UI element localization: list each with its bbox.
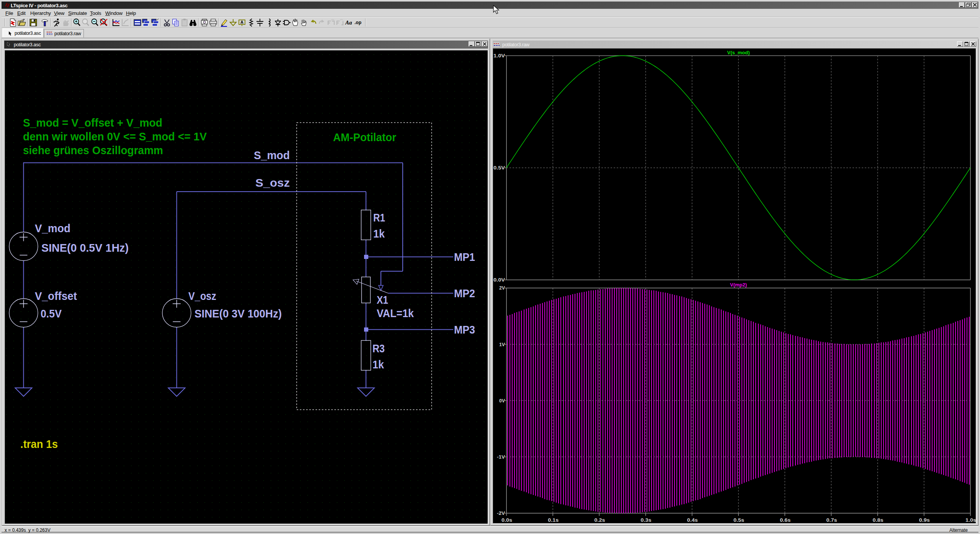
- svg-text:MP2: MP2: [454, 287, 475, 300]
- svg-text:SINE(0 3V 100Hz): SINE(0 3V 100Hz): [194, 307, 282, 320]
- svg-text:V_osz: V_osz: [188, 290, 216, 302]
- svg-text:1k: 1k: [373, 227, 385, 240]
- svg-text:V(mp2): V(mp2): [730, 282, 747, 288]
- svg-text:1.0s: 1.0s: [965, 517, 976, 523]
- svg-text:1k: 1k: [372, 358, 384, 371]
- svg-text:0.0s: 0.0s: [501, 517, 512, 523]
- svg-text:SINE(0 0.5V 1Hz): SINE(0 0.5V 1Hz): [41, 241, 129, 254]
- svg-text:0.3s: 0.3s: [641, 517, 652, 523]
- svg-text:.op: .op: [354, 20, 361, 25]
- svg-text:VAL=1k: VAL=1k: [377, 307, 414, 319]
- svg-text:R3: R3: [372, 342, 385, 355]
- svg-text:0.9s: 0.9s: [919, 517, 930, 523]
- svg-text:0.0V: 0.0V: [493, 277, 505, 283]
- svg-text:S_osz: S_osz: [255, 176, 290, 189]
- svg-text:0.6s: 0.6s: [780, 517, 791, 523]
- svg-text:-2V: -2V: [497, 510, 505, 516]
- svg-text:V(s_mod): V(s_mod): [727, 50, 750, 55]
- svg-text:denn wir wollen 0V <= S_mod <=: denn wir wollen 0V <= S_mod <= 1V: [23, 130, 207, 143]
- svg-text:S_mod = V_offset + V_mod: S_mod = V_offset + V_mod: [23, 116, 162, 129]
- svg-text:X1: X1: [377, 293, 388, 306]
- svg-text:siehe grünes Oszillogramm: siehe grünes Oszillogramm: [23, 144, 163, 156]
- svg-text:1V: 1V: [499, 342, 505, 347]
- svg-text:0.7s: 0.7s: [826, 517, 837, 523]
- svg-text:Aa: Aa: [345, 20, 352, 26]
- svg-text:.tran 1s: .tran 1s: [20, 438, 58, 450]
- svg-text:R1: R1: [373, 211, 385, 224]
- svg-text:A: A: [240, 20, 243, 24]
- svg-text:0.1s: 0.1s: [548, 517, 559, 523]
- svg-text:1.0V: 1.0V: [493, 53, 505, 59]
- svg-text:V_mod: V_mod: [35, 222, 70, 234]
- svg-text:S_mod: S_mod: [254, 149, 290, 161]
- svg-text:0.4s: 0.4s: [687, 517, 698, 523]
- svg-text:V_offset: V_offset: [35, 290, 77, 302]
- svg-text:0V: 0V: [499, 398, 505, 404]
- svg-text:0.5V: 0.5V: [41, 307, 62, 320]
- svg-text:2V: 2V: [499, 285, 505, 291]
- svg-text:MP3: MP3: [454, 323, 475, 336]
- svg-text:AM-Potilator: AM-Potilator: [333, 131, 396, 143]
- svg-text:MP1: MP1: [454, 251, 475, 263]
- svg-text:-1V: -1V: [497, 454, 505, 460]
- svg-text:0.5V: 0.5V: [493, 165, 505, 171]
- svg-text:0.2s: 0.2s: [594, 517, 605, 523]
- svg-text:0.8s: 0.8s: [873, 517, 884, 523]
- svg-text:0.5s: 0.5s: [733, 517, 744, 523]
